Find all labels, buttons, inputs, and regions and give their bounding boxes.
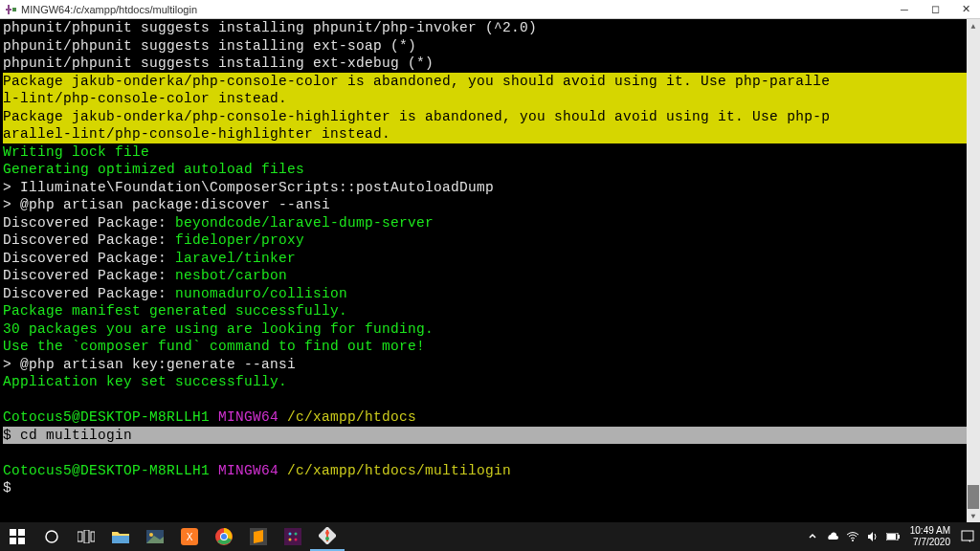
taskbar: X 10:49 AM 7/7/2020 [0, 522, 980, 551]
sublime-button[interactable] [241, 522, 276, 551]
output-line: Discovered Package: nunomaduro/collision [3, 285, 977, 303]
time: 10:49 AM [910, 525, 950, 537]
output-line: Package manifest generated successfully. [3, 302, 977, 320]
svg-rect-3 [10, 529, 16, 536]
output-line: Use the `composer fund` command to find … [3, 338, 977, 356]
warning-line: arallel-lint/php-console-highlighter ins… [3, 125, 977, 143]
git-icon [318, 526, 337, 545]
svg-rect-11 [112, 536, 129, 543]
windows-icon [8, 527, 27, 546]
app-icon [4, 3, 17, 16]
output-line: Discovered Package: fideloper/proxy [3, 231, 977, 250]
svg-rect-8 [78, 532, 82, 541]
svg-point-23 [289, 539, 292, 541]
task-view-icon [77, 527, 96, 546]
warning-line: Package jakub-onderka/php-console-highli… [3, 108, 977, 126]
scrollbar[interactable]: ▲ ▼ [967, 19, 980, 522]
svg-rect-2 [12, 8, 16, 11]
svg-rect-5 [10, 538, 16, 544]
gallery-icon [145, 527, 165, 546]
output-line: > @php artisan package:discover --ansi [3, 196, 977, 214]
svg-point-24 [295, 539, 298, 541]
svg-rect-30 [898, 535, 900, 539]
notification-icon[interactable] [961, 530, 974, 543]
prompt-line: Cotocus5@DESKTOP-M8RLLH1 MINGW64 /c/xamp… [3, 408, 977, 427]
window-title: MINGW64:/c/xampp/htdocs/multilogin [21, 4, 898, 15]
output-line: > Illuminate\Foundation\ComposerScripts:… [3, 179, 977, 197]
cortana-button[interactable] [34, 522, 69, 551]
slack-icon [283, 527, 302, 546]
svg-point-7 [46, 531, 57, 542]
tray-chevron-icon[interactable] [806, 530, 819, 543]
scrollbar-thumb[interactable] [968, 485, 979, 509]
warning-line: Package jakub-onderka/php-console-color … [3, 73, 977, 91]
scroll-up-arrow[interactable]: ▲ [967, 19, 980, 33]
circle-icon [42, 527, 61, 546]
taskbar-left: X [0, 522, 345, 551]
close-button[interactable]: ✕ [959, 3, 972, 16]
folder-icon [111, 527, 130, 546]
command-input-line[interactable]: $ [3, 479, 977, 497]
title-bar: MINGW64:/c/xampp/htdocs/multilogin ─ ◻ ✕ [0, 0, 980, 19]
svg-point-18 [221, 534, 227, 540]
prompt-line: Cotocus5@DESKTOP-M8RLLH1 MINGW64 /c/xamp… [3, 462, 977, 480]
sublime-icon [249, 527, 268, 546]
clock[interactable]: 10:49 AM 7/7/2020 [906, 525, 954, 548]
warning-line: l-lint/php-console-color instead. [3, 90, 977, 108]
output-line: Discovered Package: beyondcode/laravel-d… [3, 214, 977, 232]
date: 7/7/2020 [910, 537, 950, 548]
output-line: Generating optimized autoload files [3, 161, 977, 179]
svg-rect-10 [91, 532, 95, 541]
system-tray: 10:49 AM 7/7/2020 [806, 525, 980, 548]
volume-icon[interactable] [866, 530, 880, 543]
output-line: phpunit/phpunit suggests installing ext-… [3, 37, 977, 55]
output-line: Application key set successfully. [3, 373, 977, 391]
svg-rect-1 [6, 9, 11, 11]
wifi-icon[interactable] [846, 530, 859, 543]
output-line: phpunit/phpunit suggests installing phpu… [3, 19, 977, 37]
output-line: > @php artisan key:generate --ansi [3, 356, 977, 374]
battery-icon[interactable] [886, 530, 900, 543]
blank-line [3, 444, 977, 462]
git-bash-button[interactable] [310, 522, 345, 551]
xampp-icon: X [180, 527, 199, 546]
svg-text:X: X [187, 532, 193, 542]
command-line: $ cd multilogin [3, 427, 977, 445]
slack-button[interactable] [276, 522, 310, 551]
svg-rect-4 [18, 529, 25, 536]
chrome-button[interactable] [207, 522, 241, 551]
output-line: Discovered Package: nesbot/carbon [3, 267, 977, 285]
output-line: Discovered Package: laravel/tinker [3, 250, 977, 268]
svg-point-13 [149, 533, 153, 537]
svg-rect-6 [18, 538, 25, 544]
blank-line [3, 391, 977, 409]
svg-rect-9 [84, 530, 89, 543]
svg-rect-32 [962, 531, 973, 540]
svg-rect-31 [887, 534, 896, 540]
window-controls: ─ ◻ ✕ [898, 3, 972, 16]
minimize-button[interactable]: ─ [898, 3, 911, 16]
svg-rect-20 [284, 528, 301, 545]
output-line: phpunit/phpunit suggests installing ext-… [3, 55, 977, 73]
start-button[interactable] [0, 522, 34, 551]
svg-point-26 [325, 531, 329, 535]
scroll-down-arrow[interactable]: ▼ [967, 509, 980, 522]
svg-point-28 [852, 540, 854, 541]
terminal-output[interactable]: phpunit/phpunit suggests installing phpu… [0, 19, 980, 551]
cloud-icon[interactable] [826, 530, 839, 543]
taskbar-app[interactable] [138, 522, 172, 551]
svg-point-22 [295, 533, 298, 536]
task-view-button[interactable] [69, 522, 103, 551]
output-line: 30 packages you are using are looking fo… [3, 320, 977, 339]
tray-icons [806, 530, 900, 543]
svg-point-27 [325, 537, 329, 540]
svg-point-21 [289, 533, 292, 536]
output-line: Writing lock file [3, 143, 977, 162]
file-explorer-button[interactable] [103, 522, 138, 551]
chrome-icon [214, 527, 234, 546]
maximize-button[interactable]: ◻ [928, 3, 942, 16]
xampp-button[interactable]: X [172, 522, 207, 551]
